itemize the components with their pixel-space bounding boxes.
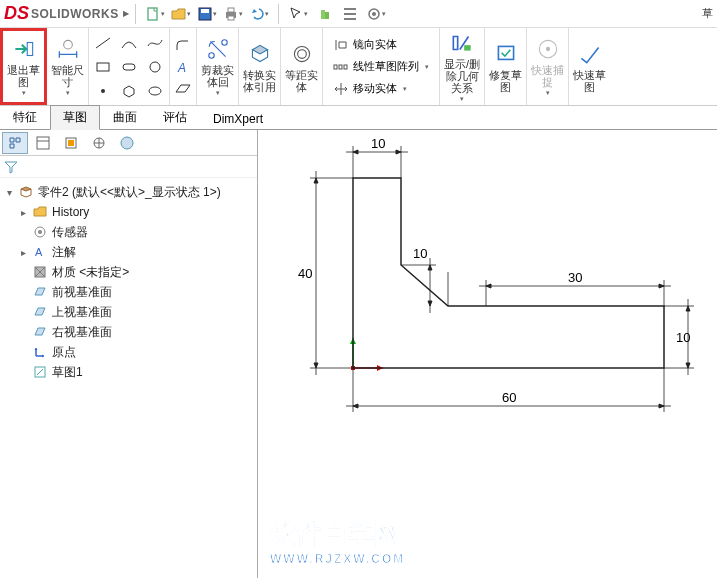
part-icon xyxy=(18,184,34,200)
polygon-tool[interactable] xyxy=(118,81,140,101)
expand-icon[interactable]: ▸ xyxy=(18,207,28,218)
separator xyxy=(135,4,136,24)
feature-manager: ▾ 零件2 (默认<<默认>_显示状态 1>) ▸History 传感器 ▸A注… xyxy=(0,130,258,578)
svg-point-15 xyxy=(101,89,105,93)
tree-item-sketch1[interactable]: 草图1 xyxy=(18,362,253,382)
sketch-tools-group xyxy=(89,28,170,105)
mirror-entities-button[interactable]: 镜向实体 xyxy=(329,34,401,56)
save-button[interactable]: ▾ xyxy=(194,3,220,25)
titlebar: DS SOLIDWORKS ▶ ▾ ▾ ▾ ▾ ▾ ▾ ▾ 草 xyxy=(0,0,717,28)
tree-root-label: 零件2 (默认<<默认>_显示状态 1>) xyxy=(38,184,221,201)
move-label: 移动实体 xyxy=(353,81,397,96)
expand-icon[interactable]: ▸ xyxy=(18,247,28,258)
tree-item-sensors[interactable]: 传感器 xyxy=(18,222,253,242)
svg-point-37 xyxy=(121,137,133,149)
tab-features[interactable]: 特征 xyxy=(0,105,50,130)
feature-tree: ▾ 零件2 (默认<<默认>_显示状态 1>) ▸History 传感器 ▸A注… xyxy=(0,178,257,386)
display-manager-tab[interactable] xyxy=(114,132,140,154)
collapse-icon[interactable]: ▾ xyxy=(4,187,14,198)
select-button[interactable]: ▾ xyxy=(285,3,311,25)
spline-tool[interactable] xyxy=(144,33,166,53)
mirror-label: 镜向实体 xyxy=(353,37,397,52)
linear-label: 线性草图阵列 xyxy=(353,59,419,74)
svg-rect-26 xyxy=(498,46,513,59)
tree-item-front-plane[interactable]: 前视基准面 xyxy=(18,282,253,302)
undo-button[interactable]: ▾ xyxy=(246,3,272,25)
plane-icon xyxy=(32,324,48,340)
tree-item-right-plane[interactable]: 右视基准面 xyxy=(18,322,253,342)
chevron-down-icon: ▾ xyxy=(216,89,220,97)
doc-title: 草 xyxy=(702,6,713,21)
tree-item-material[interactable]: 材质 <未指定> xyxy=(18,262,253,282)
logo-mark: DS xyxy=(4,3,29,24)
options-button[interactable] xyxy=(337,3,363,25)
trim-entities-button[interactable]: 剪裁实 体回 ▾ xyxy=(197,28,239,105)
main-area: ▾ 零件2 (默认<<默认>_显示状态 1>) ▸History 传感器 ▸A注… xyxy=(0,130,717,578)
config-manager-tab[interactable] xyxy=(58,132,84,154)
exit-sketch-button[interactable]: 退出草 图 ▾ xyxy=(0,28,47,105)
tab-evaluate[interactable]: 评估 xyxy=(150,105,200,130)
new-file-button[interactable]: ▾ xyxy=(142,3,168,25)
tab-surfaces[interactable]: 曲面 xyxy=(100,105,150,130)
folder-icon xyxy=(32,204,48,220)
line-tool[interactable] xyxy=(92,33,114,53)
watermark-title: 软件自学网 xyxy=(270,519,400,549)
display-relations-button[interactable]: 显示/删 除几何 关系 ▾ xyxy=(440,28,485,105)
tree-item-annotations[interactable]: ▸A注解 xyxy=(18,242,253,262)
sensor-icon xyxy=(32,224,48,240)
rapid-sketch-button[interactable]: 快速草 图 xyxy=(569,28,610,105)
dim-mid: 10 xyxy=(413,246,427,261)
offset-entities-button[interactable]: 等距实 体 xyxy=(281,28,323,105)
repair-sketch-button[interactable]: 修复草 图 xyxy=(485,28,527,105)
dimxpert-tab[interactable] xyxy=(86,132,112,154)
svg-rect-10 xyxy=(27,43,32,56)
svg-rect-33 xyxy=(37,137,49,149)
plane-tool[interactable] xyxy=(172,79,194,99)
svg-point-16 xyxy=(149,87,161,95)
quick-snap-button[interactable]: 快速捕 捉 ▾ xyxy=(527,28,569,105)
text-tool[interactable]: A xyxy=(172,57,194,77)
svg-point-28 xyxy=(545,47,549,51)
feature-tree-tab[interactable] xyxy=(2,132,28,154)
graphics-area[interactable]: 10 40 10 30 10 xyxy=(258,130,717,578)
point-tool[interactable] xyxy=(92,81,114,101)
tab-sketch[interactable]: 草图 xyxy=(50,105,100,130)
circle-tool[interactable] xyxy=(144,57,166,77)
rectangle-tool[interactable] xyxy=(92,57,114,77)
chevron-down-icon: ▾ xyxy=(22,89,26,97)
property-manager-tab[interactable] xyxy=(30,132,56,154)
print-button[interactable]: ▾ xyxy=(220,3,246,25)
settings-button[interactable]: ▾ xyxy=(363,3,389,25)
rebuild-button[interactable] xyxy=(311,3,337,25)
svg-point-21 xyxy=(297,49,306,58)
tree-root[interactable]: ▾ 零件2 (默认<<默认>_显示状态 1>) xyxy=(4,182,253,202)
svg-rect-23 xyxy=(339,65,342,69)
tree-item-top-plane[interactable]: 上视基准面 xyxy=(18,302,253,322)
offset-label: 等距实 体 xyxy=(285,69,318,93)
ribbon-toolbar: 退出草 图 ▾ 智能尺 寸 ▾ A 剪裁实 体回 ▾ xyxy=(0,28,717,106)
annotation-icon: A xyxy=(32,244,48,260)
ellipse-tool[interactable] xyxy=(144,81,166,101)
chevron-down-icon: ▾ xyxy=(460,95,464,103)
tree-item-history[interactable]: ▸History xyxy=(18,202,253,222)
linear-pattern-button[interactable]: 线性草图阵列▾ xyxy=(329,56,433,78)
fillet-tool[interactable] xyxy=(172,35,194,55)
tree-item-origin[interactable]: 原点 xyxy=(18,342,253,362)
arc-tool[interactable] xyxy=(118,33,140,53)
svg-rect-6 xyxy=(321,10,325,19)
origin-icon xyxy=(32,344,48,360)
svg-point-39 xyxy=(38,230,42,234)
chevron-right-icon[interactable]: ▶ xyxy=(123,9,129,18)
convert-entities-button[interactable]: 转换实 体引用 xyxy=(239,28,281,105)
svg-point-20 xyxy=(294,46,309,61)
move-entities-button[interactable]: 移动实体▾ xyxy=(329,78,411,100)
svg-rect-7 xyxy=(325,12,329,19)
smart-dimension-button[interactable]: 智能尺 寸 ▾ xyxy=(47,28,89,105)
open-file-button[interactable]: ▾ xyxy=(168,3,194,25)
filter-icon[interactable] xyxy=(4,160,18,174)
tab-dimxpert[interactable]: DimXpert xyxy=(200,108,276,130)
svg-rect-5 xyxy=(228,16,234,20)
svg-text:A: A xyxy=(35,246,43,258)
slot-tool[interactable] xyxy=(118,57,140,77)
watermark-url: WWW.RJZXW.COM xyxy=(270,552,405,566)
